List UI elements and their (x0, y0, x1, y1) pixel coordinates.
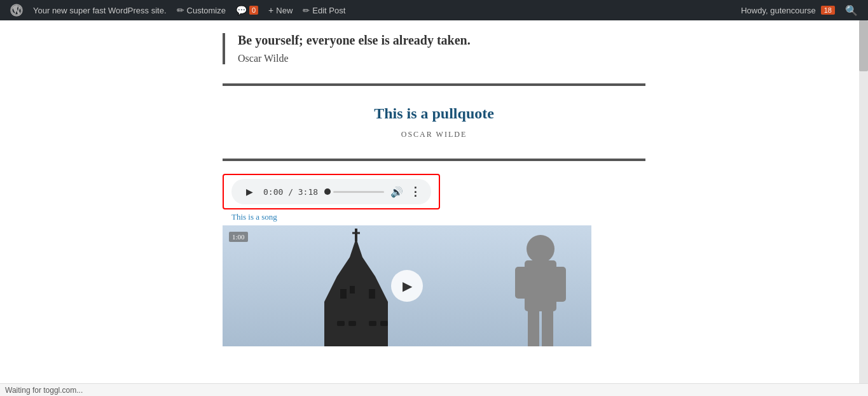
new-button[interactable]: + New (263, 0, 298, 20)
status-text: Waiting for toggl.com... (5, 386, 83, 395)
audio-current-time: 0:00 (263, 187, 283, 197)
audio-caption: This is a song (231, 212, 868, 222)
search-button[interactable]: 🔍 (840, 4, 863, 17)
customize-icon: ✏ (177, 5, 184, 15)
video-section: 1:00 ▶ (0, 225, 868, 346)
statue-image (502, 235, 579, 346)
svg-rect-14 (515, 267, 528, 299)
svg-rect-8 (369, 321, 376, 326)
svg-rect-16 (528, 310, 539, 346)
audio-player-wrapper: ▶ 0:00 / 3:18 🔊 ⋮ (223, 174, 440, 209)
pullquote-author: OSCAR WILDE (235, 130, 633, 139)
audio-play-button[interactable]: ▶ (242, 184, 257, 199)
svg-rect-9 (380, 321, 388, 326)
svg-rect-6 (337, 321, 345, 326)
new-label: New (276, 6, 293, 15)
page-wrapper: Be yourself; everyone else is already ta… (0, 20, 868, 396)
audio-separator: / (288, 187, 298, 197)
edit-post-label: Edit Post (312, 6, 345, 15)
wp-logo-icon (10, 4, 23, 17)
blockquote-text: Be yourself; everyone else is already ta… (238, 33, 868, 48)
edit-icon: ✏ (303, 6, 310, 15)
howdy-button[interactable]: Howdy, gutencourse 18 (736, 0, 840, 20)
audio-track[interactable] (333, 191, 384, 193)
audio-section: ▶ 0:00 / 3:18 🔊 ⋮ This is a song (0, 161, 868, 225)
customize-label: Customize (187, 6, 226, 15)
video-duration-badge: 1:00 (229, 232, 248, 242)
howdy-text: Howdy, gutencourse (741, 6, 816, 15)
blockquote-section: Be yourself; everyone else is already ta… (0, 20, 868, 83)
audio-player[interactable]: ▶ 0:00 / 3:18 🔊 ⋮ (231, 179, 431, 204)
audio-more-options[interactable]: ⋮ (410, 186, 421, 197)
svg-rect-3 (350, 286, 355, 293)
audio-time: 0:00 / 3:18 (263, 187, 318, 197)
svg-rect-2 (340, 289, 347, 299)
admin-bar: Your new super fast WordPress site. ✏ Cu… (0, 0, 868, 20)
svg-rect-4 (369, 289, 375, 299)
church-image (305, 225, 445, 346)
svg-rect-15 (553, 267, 566, 302)
pullquote-text: This is a pullquote (235, 105, 633, 122)
plus-icon: + (268, 5, 273, 15)
scrollbar-thumb[interactable] (859, 20, 868, 71)
edit-post-button[interactable]: ✏ Edit Post (298, 0, 350, 20)
user-badge: 18 (821, 6, 835, 15)
status-bar: Waiting for toggl.com... (0, 383, 868, 396)
audio-total-time: 3:18 (298, 187, 318, 197)
pullquote-section: This is a pullquote OSCAR WILDE (223, 83, 645, 161)
site-name-link[interactable]: Your new super fast WordPress site. (28, 0, 172, 20)
site-name-text: Your new super fast WordPress site. (33, 6, 167, 15)
comment-icon: 💬 (236, 5, 247, 15)
content-area: Be yourself; everyone else is already ta… (0, 20, 868, 346)
blockquote: Be yourself; everyone else is already ta… (223, 33, 868, 64)
svg-rect-13 (525, 260, 556, 311)
video-content: 1:00 ▶ (223, 225, 591, 346)
svg-rect-17 (542, 310, 553, 346)
audio-progress[interactable] (324, 188, 384, 195)
audio-volume-button[interactable]: 🔊 (390, 186, 403, 198)
svg-rect-5 (337, 308, 388, 346)
svg-rect-7 (348, 321, 356, 326)
comments-button[interactable]: 💬 0 (231, 0, 263, 20)
audio-scrubber-dot[interactable] (324, 188, 331, 195)
customize-button[interactable]: ✏ Customize (172, 0, 231, 20)
wp-logo-button[interactable] (5, 0, 28, 20)
svg-point-12 (527, 235, 555, 263)
blockquote-author: Oscar Wilde (238, 53, 868, 64)
scrollbar[interactable] (859, 20, 868, 383)
adminbar-right: Howdy, gutencourse 18 🔍 (736, 0, 863, 20)
video-container[interactable]: 1:00 ▶ (223, 225, 591, 346)
comment-count: 0 (249, 6, 258, 15)
